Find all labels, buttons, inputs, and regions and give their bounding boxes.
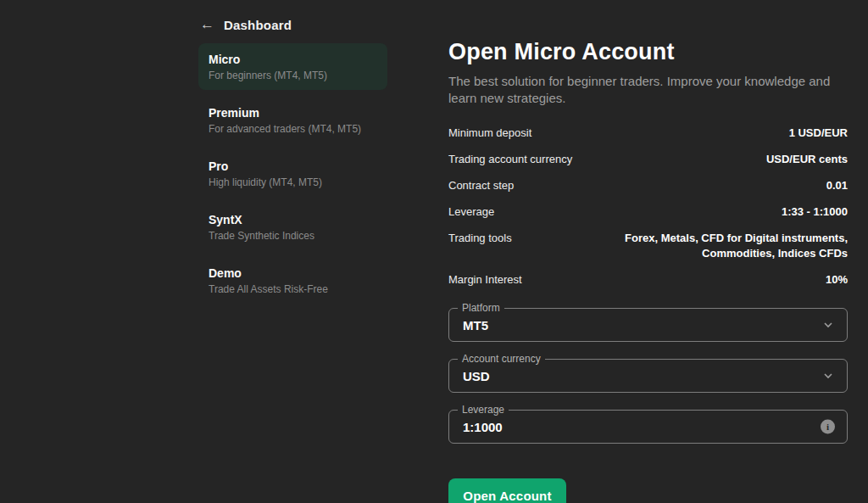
account-type-subtitle: For advanced traders (MT4, MT5) <box>209 123 377 136</box>
page-title: Open Micro Account <box>448 37 848 66</box>
open-account-button[interactable]: Open Account <box>448 478 566 503</box>
main-panel: Open Micro Account The best solution for… <box>448 37 848 503</box>
account-type-demo[interactable]: Demo Trade All Assets Risk-Free <box>198 257 387 304</box>
detail-value: 1 USD/EUR <box>789 126 848 141</box>
open-account-form: Platform MT5 Account currency USD Levera… <box>448 308 848 503</box>
account-type-premium[interactable]: Premium For advanced traders (MT4, MT5) <box>198 97 387 143</box>
detail-row-margin-interest: Margin Interest 10% <box>448 272 848 288</box>
detail-row-contract-step: Contract step 0.01 <box>448 178 848 193</box>
account-type-title: Pro <box>209 159 377 174</box>
leverage-select-label: Leverage <box>458 404 509 416</box>
page-description: The best solution for beginner traders. … <box>448 73 848 107</box>
back-to-dashboard-link[interactable]: ← Dashboard <box>200 17 292 32</box>
detail-label: Leverage <box>448 204 494 220</box>
detail-value: 0.01 <box>826 178 848 193</box>
account-type-subtitle: High liquidity (MT4, MT5) <box>209 176 377 189</box>
leverage-select[interactable]: Leverage 1:1000 i <box>448 410 848 444</box>
detail-label: Minimum deposit <box>448 126 531 141</box>
back-arrow-icon[interactable]: ← <box>200 17 214 32</box>
account-type-subtitle: For beginners (MT4, MT5) <box>209 70 377 82</box>
account-type-title: Micro <box>209 53 377 67</box>
detail-value: 1:33 - 1:1000 <box>782 204 848 220</box>
detail-row-trading-tools: Trading tools Forex, Metals, CFD for Dig… <box>448 231 848 261</box>
detail-value: Forex, Metals, CFD for Digital instrumen… <box>585 231 848 261</box>
detail-row-account-currency: Trading account currency USD/EUR cents <box>448 152 848 167</box>
detail-value: USD/EUR cents <box>766 152 848 167</box>
account-type-title: SyntX <box>209 213 377 227</box>
account-type-list: Micro For beginners (MT4, MT5) Premium F… <box>198 43 387 310</box>
detail-label: Contract step <box>448 178 514 193</box>
account-type-subtitle: Trade All Assets Risk-Free <box>209 283 377 296</box>
account-details-list: Minimum deposit 1 USD/EUR Trading accoun… <box>448 126 848 288</box>
leverage-select-value: 1:1000 <box>449 420 503 434</box>
platform-select[interactable]: Platform MT5 <box>448 308 848 342</box>
detail-row-minimum-deposit: Minimum deposit 1 USD/EUR <box>448 126 848 141</box>
chevron-down-icon[interactable] <box>821 369 835 383</box>
platform-select-label: Platform <box>458 302 504 314</box>
detail-label: Trading account currency <box>448 152 572 167</box>
account-type-title: Premium <box>209 106 377 120</box>
detail-label: Margin Interest <box>448 272 522 288</box>
open-account-page: ← Dashboard Micro For beginners (MT4, MT… <box>0 0 868 503</box>
platform-select-value: MT5 <box>449 318 488 333</box>
detail-value: 10% <box>826 272 848 288</box>
account-currency-select-value: USD <box>449 369 490 383</box>
account-currency-select-label: Account currency <box>458 353 545 365</box>
account-type-pro[interactable]: Pro High liquidity (MT4, MT5) <box>198 150 387 197</box>
account-type-micro[interactable]: Micro For beginners (MT4, MT5) <box>198 43 387 90</box>
chevron-down-icon[interactable] <box>821 318 835 332</box>
info-icon[interactable]: i <box>821 420 835 434</box>
account-currency-select[interactable]: Account currency USD <box>448 359 848 393</box>
account-type-syntx[interactable]: SyntX Trade Synthetic Indices <box>198 204 387 250</box>
detail-row-leverage: Leverage 1:33 - 1:1000 <box>448 204 848 220</box>
account-type-subtitle: Trade Synthetic Indices <box>209 230 377 243</box>
back-label[interactable]: Dashboard <box>224 18 292 32</box>
detail-label: Trading tools <box>448 231 512 246</box>
account-type-title: Demo <box>209 266 377 281</box>
